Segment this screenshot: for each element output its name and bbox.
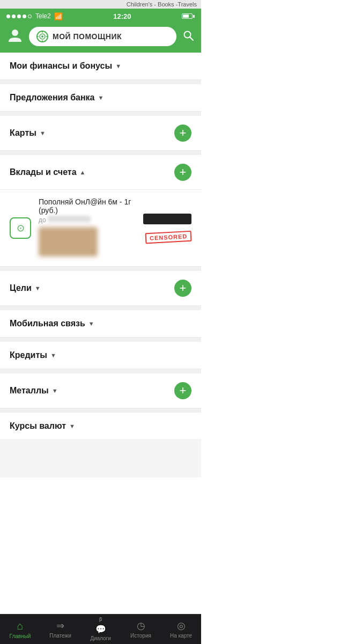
svg-line-9 (190, 37, 193, 40)
status-bar: Tele2 📶 12:20 (0, 9, 201, 24)
assistant-label: МОЙ ПОМОЩНИК (53, 32, 122, 41)
svg-point-0 (12, 30, 18, 36)
status-bar-left: Tele2 📶 (6, 12, 63, 20)
section-cards[interactable]: Карты ▼ + (0, 116, 201, 151)
account-right: CENSORED (143, 214, 191, 243)
status-time: 12:20 (113, 12, 131, 20)
add-goal-button[interactable]: + (174, 280, 191, 297)
account-name: Пополняй ОнЛ@йн 6м - 1г (руб.) (39, 197, 136, 215)
section-offers[interactable]: Предложения банка ▼ (0, 84, 201, 112)
header: МОЙ ПОМОЩНИК (0, 24, 201, 53)
chevron-credits: ▼ (50, 352, 56, 358)
signal-dot-4 (23, 14, 26, 18)
account-item[interactable]: ⊙ Пополняй ОнЛ@йн 6м - 1г (руб.) до CENS… (0, 190, 201, 267)
section-deposits-title: Вклады и счета ▲ (10, 167, 85, 177)
signal-dot-1 (6, 14, 10, 18)
signal-dot-5 (28, 14, 32, 18)
chevron-currency: ▼ (69, 423, 75, 429)
section-currency-title: Курсы валют ▼ (10, 421, 75, 431)
account-details: Пополняй ОнЛ@йн 6м - 1г (руб.) до (39, 197, 136, 259)
chevron-goals: ▼ (35, 285, 41, 291)
signal-dot-2 (12, 14, 16, 18)
divider-1 (0, 80, 201, 84)
deposit-icon: ⊙ (17, 222, 25, 234)
section-mobile-title: Мобильная связь ▼ (10, 319, 94, 328)
bottom-spacer (0, 440, 201, 478)
search-bar[interactable]: МОЙ ПОМОЩНИК (29, 27, 176, 46)
search-icon[interactable] (182, 29, 195, 44)
profile-icon[interactable] (6, 27, 24, 46)
account-image-blurred (39, 227, 98, 257)
account-date-blurred (48, 216, 91, 222)
chevron-finances: ▼ (115, 63, 121, 69)
section-cards-title: Карты ▼ (10, 128, 46, 138)
divider-8 (0, 408, 201, 413)
censored-stamp: CENSORED (145, 231, 191, 244)
status-bar-right (182, 13, 195, 19)
assistant-icon (36, 31, 48, 42)
divider-3 (0, 151, 201, 155)
chevron-deposits: ▲ (80, 169, 86, 175)
section-credits-title: Кредиты ▼ (10, 350, 56, 360)
chevron-cards: ▼ (40, 130, 46, 136)
browser-tab-label: Children's - Books -Travels (127, 1, 197, 8)
browser-topbar: Children's - Books -Travels (0, 0, 201, 9)
divider-7 (0, 369, 201, 374)
svg-point-3 (41, 35, 43, 38)
section-deposits[interactable]: Вклады и счета ▲ + (0, 155, 201, 190)
section-metals-title: Металлы ▼ (10, 386, 58, 396)
section-currency[interactable]: Курсы валют ▼ (0, 413, 201, 440)
add-deposit-button[interactable]: + (174, 164, 191, 181)
divider-4 (0, 267, 201, 271)
section-finances[interactable]: Мои финансы и бонусы ▼ (0, 53, 201, 80)
battery-icon (182, 13, 195, 19)
main-content: Мои финансы и бонусы ▼ Предложения банка… (0, 53, 201, 478)
section-goals[interactable]: Цели ▼ + (0, 271, 201, 306)
chevron-offers: ▼ (98, 94, 104, 101)
divider-2 (0, 112, 201, 116)
section-metals[interactable]: Металлы ▼ + (0, 374, 201, 408)
section-credits[interactable]: Кредиты ▼ (0, 342, 201, 369)
add-card-button[interactable]: + (174, 125, 191, 142)
account-amount-hidden (143, 214, 191, 224)
add-metals-button[interactable]: + (174, 382, 191, 399)
account-sub: до (39, 216, 136, 224)
section-offers-title: Предложения банка ▼ (10, 93, 104, 103)
divider-5 (0, 306, 201, 310)
chevron-mobile: ▼ (88, 320, 94, 327)
section-mobile[interactable]: Мобильная связь ▼ (0, 310, 201, 338)
divider-6 (0, 338, 201, 342)
section-finances-title: Мои финансы и бонусы ▼ (10, 61, 121, 71)
account-icon: ⊙ (10, 217, 31, 239)
wifi-icon: 📶 (54, 12, 63, 20)
carrier-label: Tele2 (35, 12, 51, 20)
signal-dot-3 (17, 14, 21, 18)
chevron-metals: ▼ (52, 387, 58, 394)
section-goals-title: Цели ▼ (10, 283, 41, 293)
